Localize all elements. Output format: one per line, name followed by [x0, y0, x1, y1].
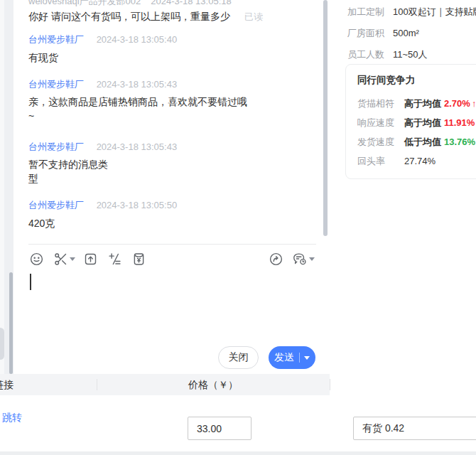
- buyer-name: weloveshaqi产品开发部002: [28, 0, 141, 6]
- chat-message: 亲，这款商品是店铺热销商品，喜欢就不要错过哦 ~: [28, 95, 247, 123]
- metric-label: 回头率: [357, 155, 404, 168]
- message-time: 2024-3-18 13:05:50: [97, 200, 177, 210]
- metric-label: 响应速度: [357, 117, 404, 129]
- message-time: 2024-3-18 13:05:43: [97, 141, 177, 152]
- chat-scrollbar-thumb[interactable]: [323, 0, 328, 236]
- competitiveness-row: 发货速度 低于均值 13.76% ↓: [357, 132, 476, 151]
- emoji-icon[interactable]: [28, 251, 44, 267]
- seller-name-link[interactable]: 台州爱步鞋厂: [28, 79, 84, 90]
- upload-image-icon[interactable]: [82, 251, 98, 267]
- bottom-edge-strip: [0, 451, 476, 455]
- attribute-value: 500m²: [393, 28, 419, 38]
- supplier-attribute: 厂房面积500m²: [347, 27, 419, 40]
- stock-input[interactable]: [353, 417, 476, 440]
- chat-message: 你好 请问这个有货吗，可以上架吗，重量多少已读: [28, 9, 263, 24]
- text-cursor: [30, 274, 31, 290]
- quick-quote-icon[interactable]: [107, 251, 122, 267]
- buyer-message-time: 2024-3-18 13:05:18: [151, 0, 231, 6]
- chat-message: 有现货: [28, 50, 58, 65]
- buyer-name-row: weloveshaqi产品开发部0022024-3-18 13:05:18: [28, 0, 232, 8]
- chat-message-text: 你好 请问这个有货吗，可以上架吗，重量多少: [28, 11, 230, 22]
- send-button[interactable]: 发送: [269, 346, 315, 369]
- metric-value: 2.70%: [444, 98, 470, 109]
- screenshot-scissors-icon[interactable]: [53, 251, 68, 267]
- close-button[interactable]: 关闭: [218, 346, 259, 369]
- chat-message: 420克: [28, 216, 55, 230]
- chat-message: 暂不支持的消息类 型: [28, 157, 108, 186]
- link-column-header: 链接: [0, 374, 13, 395]
- page: weloveshaqi产品开发部0022024-3-18 13:05:18 你好…: [0, 0, 476, 455]
- left-scrollbar-thumb[interactable]: [9, 272, 13, 374]
- transfer-forward-icon[interactable]: [268, 251, 283, 267]
- chat-panel: weloveshaqi产品开发部0022024-3-18 13:05:18 你好…: [13, 0, 328, 374]
- caret-down-icon[interactable]: [304, 356, 310, 360]
- message-time: 2024-3-18 13:05:43: [97, 79, 177, 90]
- send-button-divider: [299, 353, 300, 363]
- left-column-highlight: [0, 0, 4, 374]
- message-meta: 台州爱步鞋厂 2024-3-18 13:05:40: [28, 33, 177, 46]
- supplier-panel: 加工定制100双起订｜支持贴牌 厂房面积500m² 员工人数11~50人 同行间…: [328, 0, 476, 395]
- toolbar-right-group: [268, 251, 315, 267]
- attribute-label: 员工人数: [347, 49, 384, 60]
- message-time: 2024-3-18 13:05:40: [97, 34, 177, 45]
- bottom-table-header: 链接 价格（￥）: [0, 374, 330, 395]
- arrow-up-icon: ↑: [472, 98, 476, 109]
- attribute-value: 100双起订｜支持贴牌: [393, 6, 476, 17]
- column-divider: [97, 379, 97, 390]
- competitiveness-card: 同行间竞争力 货描相符 高于均值 2.70% ↑ 响应速度 高于均值 11.91…: [345, 64, 476, 179]
- price-column-header: 价格（￥）: [97, 374, 330, 395]
- attribute-label: 加工定制: [347, 6, 384, 17]
- supplier-attribute: 员工人数11~50人: [347, 48, 428, 61]
- input-area-divider: [28, 244, 316, 245]
- metric-prefix: 低于均值: [404, 136, 441, 149]
- competitiveness-row: 回头率 27.74%: [357, 151, 476, 171]
- seller-name-link[interactable]: 台州爱步鞋厂: [28, 141, 84, 152]
- competitiveness-row: 响应速度 高于均值 11.91% ↑: [357, 113, 476, 132]
- metric-value: 11.91%: [444, 117, 475, 128]
- read-status-badge: 已读: [244, 11, 263, 22]
- message-meta: 台州爱步鞋厂 2024-3-18 13:05:43: [28, 141, 177, 154]
- bottom-table-row: 跳转: [0, 395, 476, 451]
- column-divider: [330, 379, 330, 390]
- seller-name-link[interactable]: 台州爱步鞋厂: [28, 200, 84, 210]
- competitiveness-row: 货描相符 高于均值 2.70% ↑: [357, 94, 476, 113]
- caret-down-icon[interactable]: [309, 257, 315, 261]
- metric-label: 发货速度: [357, 136, 404, 149]
- message-meta: 台州爱步鞋厂 2024-3-18 13:05:50: [28, 199, 177, 212]
- metric-label: 货描相符: [357, 97, 404, 110]
- attribute-label: 厂房面积: [347, 28, 384, 38]
- metric-prefix: 高于均值: [404, 97, 441, 110]
- price-input[interactable]: [188, 417, 251, 440]
- jump-link[interactable]: 跳转: [2, 412, 22, 424]
- caret-down-icon[interactable]: [70, 257, 75, 261]
- metric-prefix: 高于均值: [404, 117, 441, 129]
- send-button-label: 发送: [274, 351, 294, 364]
- metric-value: 13.76%: [444, 136, 475, 147]
- chat-toolbar: [28, 250, 315, 267]
- supplier-attribute: 加工定制100双起订｜支持贴牌: [347, 6, 476, 18]
- red-envelope-icon[interactable]: [131, 251, 146, 267]
- chat-history-icon[interactable]: [292, 251, 308, 267]
- message-meta: 台州爱步鞋厂 2024-3-18 13:05:43: [28, 78, 177, 91]
- seller-name-link[interactable]: 台州爱步鞋厂: [28, 34, 84, 45]
- competitiveness-title: 同行间竞争力: [357, 74, 476, 87]
- attribute-value: 11~50人: [393, 49, 428, 60]
- metric-value: 27.74%: [404, 156, 436, 166]
- left-edge-handle[interactable]: [0, 328, 4, 360]
